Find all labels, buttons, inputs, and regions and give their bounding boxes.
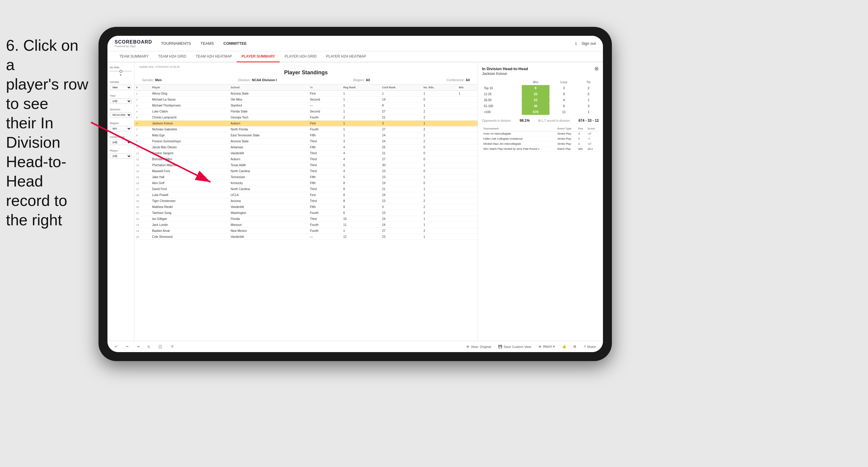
col-reg-rank: Reg Rank	[341, 85, 380, 91]
tourney-col-pos: Pos	[577, 126, 586, 131]
watch-btn[interactable]: 👁 Watch ▾	[536, 343, 557, 350]
copy-btn[interactable]: ⎘	[145, 344, 152, 350]
table-row[interactable]: 5 Christo Lampracht Georgia Tech Fourth …	[134, 115, 477, 121]
table-row[interactable]: 8 Mats Ege East Tennessee State Fifth 1 …	[134, 132, 477, 138]
table-row[interactable]: 12 Brendan Valles Auburn Third 4 27 0	[134, 156, 477, 162]
table-row[interactable]: 18 Luke Powell UCLA First 8 24 1	[134, 192, 477, 198]
cell-reg: 1	[341, 228, 380, 234]
paste-btn[interactable]: 📋	[156, 343, 165, 350]
table-row[interactable]: 19 Tiger Christensen Arizona Third 8 23 …	[134, 198, 477, 204]
gender-select[interactable]: Men	[110, 85, 132, 90]
sign-out-link[interactable]: Sign out	[582, 40, 596, 47]
cell-conf: 27	[380, 228, 422, 234]
cell-school: Tennessee	[229, 174, 308, 180]
undo-btn[interactable]: ↩	[112, 343, 120, 350]
cell-conf: 23	[380, 198, 422, 204]
slider-handle[interactable]	[119, 70, 122, 73]
instruction-line1: 6. Click on a	[6, 37, 79, 73]
table-row[interactable]: 15 Jake Hall Tennessee Fifth 5 23 1	[134, 174, 477, 180]
table-row[interactable]: 23 Jack Lundin Missouri Fourth 11 24 1	[134, 222, 477, 228]
cell-rds: 2	[422, 108, 457, 115]
save-custom-btn[interactable]: 💾 Save Custom View	[496, 343, 534, 350]
cell-conf: 3	[380, 121, 422, 127]
cell-rank: 18	[134, 192, 150, 198]
cell-rank: 19	[134, 198, 150, 204]
division-select[interactable]: NCAA Division I	[110, 112, 132, 118]
cell-yr: Second	[308, 108, 341, 115]
cell-yr: Fifth	[308, 180, 341, 186]
cell-player: Brendan Valles	[150, 156, 229, 162]
thumbs-up-btn[interactable]: 👍	[560, 343, 569, 350]
standings-title: Player Standings	[139, 69, 473, 76]
table-row[interactable]: 24 Bastien Amat New Mexico Fourth 1 27 2	[134, 228, 477, 234]
subnav-player-summary[interactable]: PLAYER SUMMARY	[237, 51, 280, 62]
cell-school: Washington	[229, 210, 308, 216]
subnav-team-summary[interactable]: TEAM SUMMARY	[115, 51, 153, 62]
cell-rds: 2	[422, 127, 457, 132]
share-icon: ↗	[583, 345, 586, 348]
grid-btn[interactable]: ⊞	[571, 343, 579, 350]
table-row[interactable]: 17 David Ford North Carolina Third 8 21 …	[134, 186, 477, 192]
no-rds-slider[interactable]	[110, 71, 132, 72]
table-row[interactable]: 10 Jacob Max Olesen Arkansas Fifth 4 25 …	[134, 145, 477, 150]
table-row[interactable]: 4 Luke Claton Florida State Second 1 27 …	[134, 108, 477, 115]
redo-btn[interactable]: ↪	[123, 343, 131, 350]
forward-btn[interactable]: ⇥	[134, 343, 142, 350]
h2h-close-button[interactable]: ⊗	[594, 65, 599, 72]
cell-conf: 24	[380, 216, 422, 222]
subnav-player-h2h-grid[interactable]: PLAYER H2H GRID	[280, 51, 321, 62]
cell-reg: 1	[341, 108, 380, 115]
table-row[interactable]: 1 Wenyi Ding Arizona State First 1 1 1 1	[134, 91, 477, 97]
cell-win: 1	[457, 91, 477, 97]
h2h-row: 11-25 20 9 5	[482, 91, 599, 97]
region-select[interactable]: N/A	[110, 126, 132, 131]
cell-player: Gordon Sargent	[150, 150, 229, 156]
refresh-btn[interactable]: ↺	[168, 343, 176, 350]
cell-rank: 11	[134, 150, 150, 156]
player-select[interactable]: (All)	[110, 153, 132, 159]
table-row[interactable]: 7 Nicholas Gabrelick North Florida Fourt…	[134, 127, 477, 132]
tourney-col-name: Tournament	[482, 126, 556, 131]
nav-teams[interactable]: TEAMS	[200, 40, 214, 47]
cell-rank: 4	[134, 108, 150, 115]
cell-reg: 2	[341, 115, 380, 121]
table-row[interactable]: 13 Phichaksn Maichon Texas A&M Third 6 3…	[134, 162, 477, 168]
cell-rank: 24	[134, 228, 150, 234]
cell-yr: Fifth	[308, 204, 341, 210]
subnav-team-h2h-grid[interactable]: TEAM H2H GRID	[153, 51, 191, 62]
logo-area: SCOREBOARD Powered by clippi	[115, 39, 152, 48]
cell-player: Luke Powell	[150, 192, 229, 198]
tourney-score: 18-1	[586, 147, 599, 152]
cell-player: Maxwell Ford	[150, 168, 229, 174]
nav-committee[interactable]: COMMITTEE	[223, 40, 247, 47]
table-row[interactable]: 9 Preston Summerhays Arizona State Third…	[134, 138, 477, 145]
col-yr: Yr	[308, 85, 341, 91]
nav-tournaments[interactable]: TOURNAMENTS	[161, 40, 191, 47]
table-row[interactable]: 16 Alex Goff Kentucky Fifth 8 19 0	[134, 180, 477, 186]
view-original-btn[interactable]: 👁 View: Original	[464, 344, 493, 350]
table-row[interactable]: 3 Michael Thorbjornsen Stanford — 1 8 1	[134, 103, 477, 108]
table-row[interactable]: 6 Jackson Koivun Auburn First 1 3 1	[134, 121, 477, 127]
cell-conf: 23	[380, 174, 422, 180]
cell-school: Auburn	[229, 156, 308, 162]
cell-school: New Mexico	[229, 228, 308, 234]
subnav-player-h2h-heatmap[interactable]: PLAYER H2H HEATMAP	[321, 51, 371, 62]
h2h-tie: 3	[578, 103, 599, 109]
save-custom-label: Save Custom View	[503, 345, 531, 348]
share-btn[interactable]: ↗ Share	[581, 343, 598, 350]
table-row[interactable]: 22 Ian Gilligan Florida Third 10 24 1	[134, 216, 477, 222]
table-row[interactable]: 11 Gordon Sargent Vanderbilt Third 4 21 …	[134, 150, 477, 156]
table-row[interactable]: 2 Michael La Sasso Ole Miss Second 1 19 …	[134, 97, 477, 103]
table-row[interactable]: 25 Cole Sherwood Vanderbilt — 12 23 1	[134, 234, 477, 240]
year-select[interactable]: (All)	[110, 98, 132, 104]
cell-yr: Third	[308, 198, 341, 204]
table-row[interactable]: 21 Taehoon Song Washington Fourth 6 23 2	[134, 210, 477, 216]
cell-win	[457, 174, 477, 180]
table-row[interactable]: 20 Matthew Riedel Vanderbilt Fifth 8 0 2	[134, 204, 477, 210]
gender-pill-label: Gender:	[142, 78, 154, 82]
division-pill-label: Division:	[238, 78, 251, 82]
tourney-row: SEC Match Play Hosted by Jerry Pate Roun…	[482, 147, 599, 152]
conference-select[interactable]: (All)	[110, 139, 132, 145]
table-row[interactable]: 14 Maxwell Ford North Carolina Third 4 2…	[134, 168, 477, 174]
subnav-team-h2h-heatmap[interactable]: TEAM H2H HEATMAP	[191, 51, 237, 62]
